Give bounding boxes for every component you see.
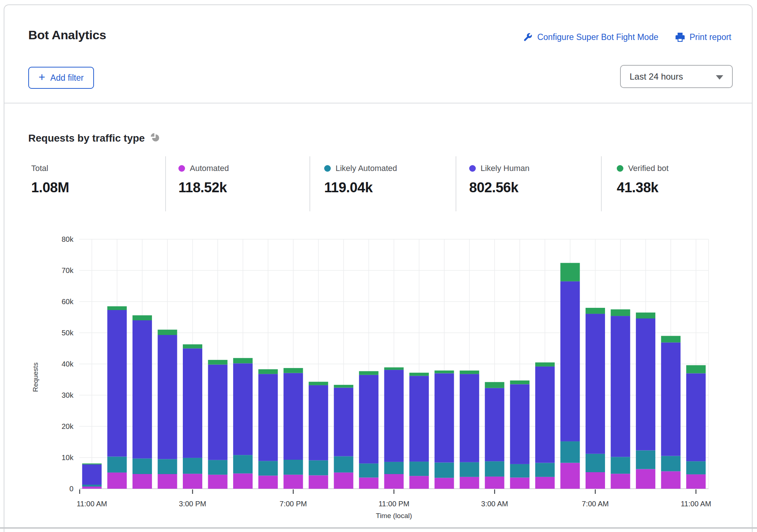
bar-segment-verified-bot[interactable] bbox=[485, 382, 504, 388]
bar-segment-likely-human[interactable] bbox=[586, 314, 605, 454]
bar-segment-verified-bot[interactable] bbox=[611, 309, 630, 316]
bar-segment-likely-human[interactable] bbox=[233, 363, 253, 455]
bar-segment-likely-automated[interactable] bbox=[586, 454, 605, 472]
bar-segment-verified-bot[interactable] bbox=[460, 371, 479, 374]
bar-segment-likely-automated[interactable] bbox=[334, 456, 353, 473]
bar-segment-verified-bot[interactable] bbox=[535, 362, 555, 367]
bar-segment-verified-bot[interactable] bbox=[208, 360, 228, 365]
bar-segment-automated[interactable] bbox=[535, 477, 555, 489]
bar-segment-automated[interactable] bbox=[82, 487, 102, 489]
bar-segment-likely-automated[interactable] bbox=[435, 463, 454, 478]
add-filter-button[interactable]: + Add filter bbox=[28, 67, 94, 89]
bar-segment-likely-human[interactable] bbox=[485, 388, 504, 461]
bar-segment-likely-automated[interactable] bbox=[309, 460, 328, 475]
bar-segment-verified-bot[interactable] bbox=[586, 308, 605, 314]
bar-segment-likely-human[interactable] bbox=[334, 388, 353, 456]
bar-segment-likely-automated[interactable] bbox=[636, 451, 655, 469]
bar-segment-verified-bot[interactable] bbox=[384, 367, 404, 370]
bar-segment-likely-human[interactable] bbox=[460, 374, 479, 462]
bar-segment-automated[interactable] bbox=[686, 474, 706, 489]
bar-segment-verified-bot[interactable] bbox=[661, 336, 681, 343]
bar-segment-automated[interactable] bbox=[283, 475, 303, 489]
bar-segment-likely-human[interactable] bbox=[158, 335, 177, 459]
bar-segment-likely-human[interactable] bbox=[359, 375, 378, 463]
bar-segment-verified-bot[interactable] bbox=[409, 373, 429, 376]
bar-segment-likely-human[interactable] bbox=[686, 374, 706, 462]
bar-segment-likely-automated[interactable] bbox=[133, 459, 152, 474]
bar-segment-likely-human[interactable] bbox=[611, 316, 630, 457]
time-range-select[interactable]: Last 24 hours bbox=[620, 65, 733, 88]
bar-segment-automated[interactable] bbox=[485, 477, 504, 489]
bar-segment-verified-bot[interactable] bbox=[133, 315, 152, 320]
bar-segment-likely-human[interactable] bbox=[82, 464, 102, 485]
bar-segment-likely-automated[interactable] bbox=[107, 457, 127, 473]
bar-segment-automated[interactable] bbox=[409, 476, 429, 489]
bar-segment-automated[interactable] bbox=[334, 473, 353, 489]
bar-segment-automated[interactable] bbox=[208, 475, 228, 489]
bar-segment-likely-human[interactable] bbox=[183, 349, 202, 458]
bar-segment-likely-automated[interactable] bbox=[409, 462, 429, 476]
bar-segment-automated[interactable] bbox=[309, 475, 328, 489]
bar-segment-verified-bot[interactable] bbox=[510, 380, 529, 384]
bar-segment-automated[interactable] bbox=[107, 473, 127, 489]
configure-super-bot-fight-mode-link[interactable]: Configure Super Bot Fight Mode bbox=[523, 32, 658, 42]
bar-segment-automated[interactable] bbox=[586, 472, 605, 489]
bar-segment-likely-automated[interactable] bbox=[82, 485, 102, 487]
bar-segment-automated[interactable] bbox=[636, 469, 655, 489]
bar-segment-likely-human[interactable] bbox=[409, 376, 429, 462]
bar-segment-automated[interactable] bbox=[560, 463, 580, 489]
bar-segment-automated[interactable] bbox=[183, 474, 202, 489]
bar-segment-verified-bot[interactable] bbox=[82, 463, 102, 464]
bar-segment-likely-automated[interactable] bbox=[661, 456, 681, 471]
print-report-link[interactable]: Print report bbox=[675, 32, 731, 42]
bar-segment-likely-automated[interactable] bbox=[183, 458, 202, 474]
bar-segment-likely-automated[interactable] bbox=[611, 457, 630, 474]
bar-segment-automated[interactable] bbox=[384, 474, 404, 489]
bar-segment-automated[interactable] bbox=[435, 478, 454, 489]
bar-segment-automated[interactable] bbox=[611, 474, 630, 489]
bar-segment-verified-bot[interactable] bbox=[158, 330, 177, 335]
bar-segment-verified-bot[interactable] bbox=[334, 385, 353, 388]
bar-segment-likely-human[interactable] bbox=[661, 342, 681, 456]
bar-segment-automated[interactable] bbox=[258, 475, 278, 489]
bar-segment-automated[interactable] bbox=[158, 474, 177, 489]
bar-segment-verified-bot[interactable] bbox=[435, 371, 454, 374]
bar-segment-verified-bot[interactable] bbox=[560, 263, 580, 281]
bar-segment-likely-automated[interactable] bbox=[158, 459, 177, 474]
bar-segment-likely-automated[interactable] bbox=[560, 441, 580, 463]
bar-segment-verified-bot[interactable] bbox=[283, 368, 303, 373]
bar-segment-automated[interactable] bbox=[661, 471, 681, 489]
bar-segment-likely-automated[interactable] bbox=[258, 461, 278, 475]
bar-segment-likely-human[interactable] bbox=[535, 367, 555, 463]
bar-segment-likely-human[interactable] bbox=[309, 385, 328, 460]
bar-segment-likely-automated[interactable] bbox=[510, 464, 529, 478]
bar-segment-likely-automated[interactable] bbox=[535, 463, 555, 477]
bar-segment-likely-automated[interactable] bbox=[359, 463, 378, 477]
bar-segment-verified-bot[interactable] bbox=[686, 365, 706, 373]
bar-segment-likely-automated[interactable] bbox=[233, 455, 253, 473]
bar-segment-likely-human[interactable] bbox=[510, 384, 529, 464]
bar-segment-verified-bot[interactable] bbox=[183, 345, 202, 349]
bar-segment-likely-automated[interactable] bbox=[384, 462, 404, 474]
bar-segment-likely-automated[interactable] bbox=[485, 461, 504, 477]
bar-segment-likely-automated[interactable] bbox=[208, 460, 228, 475]
bar-segment-verified-bot[interactable] bbox=[258, 369, 278, 374]
bar-segment-automated[interactable] bbox=[233, 473, 253, 489]
bar-segment-likely-human[interactable] bbox=[107, 310, 127, 457]
bar-segment-verified-bot[interactable] bbox=[233, 358, 253, 364]
bar-segment-likely-human[interactable] bbox=[560, 281, 580, 441]
bar-segment-likely-automated[interactable] bbox=[283, 460, 303, 475]
bar-segment-automated[interactable] bbox=[460, 477, 479, 489]
bar-segment-likely-human[interactable] bbox=[208, 365, 228, 460]
bar-segment-verified-bot[interactable] bbox=[359, 371, 378, 375]
bar-segment-automated[interactable] bbox=[510, 477, 529, 489]
bar-segment-likely-human[interactable] bbox=[133, 320, 152, 459]
bar-segment-automated[interactable] bbox=[359, 477, 378, 489]
bar-segment-verified-bot[interactable] bbox=[636, 313, 655, 318]
bar-segment-likely-human[interactable] bbox=[636, 318, 655, 451]
bar-segment-likely-human[interactable] bbox=[384, 370, 404, 462]
bar-segment-likely-automated[interactable] bbox=[460, 462, 479, 477]
bar-segment-likely-automated[interactable] bbox=[686, 461, 706, 474]
bar-segment-verified-bot[interactable] bbox=[309, 382, 328, 385]
bar-segment-automated[interactable] bbox=[133, 474, 152, 489]
